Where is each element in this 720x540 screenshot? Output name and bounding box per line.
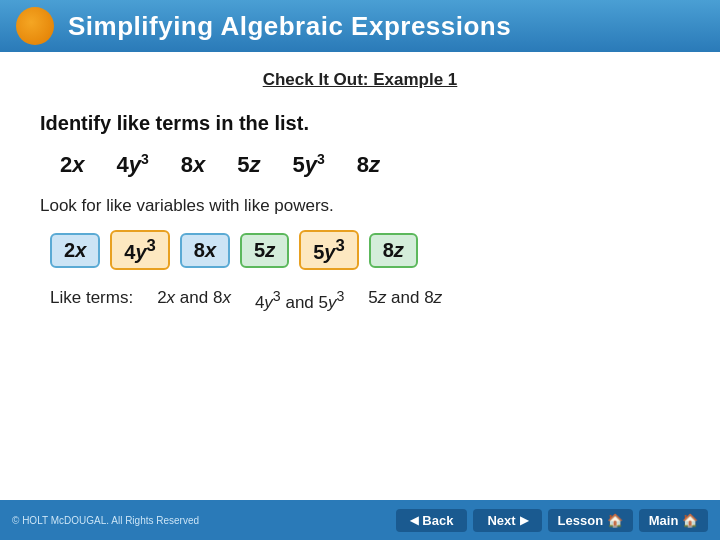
footer-nav: ◀ Back Next ▶ Lesson 🏠 Main 🏠 <box>396 509 708 532</box>
look-text: Look for like variables with like powers… <box>40 196 680 216</box>
header-logo <box>16 7 54 45</box>
term-4y3-highlight: 4y3 <box>110 230 170 270</box>
term-8x-plain: 8x <box>181 152 206 178</box>
term-4y3-plain: 4y3 <box>117 151 149 178</box>
footer: © HOLT McDOUGAL. All Rights Reserved ◀ B… <box>0 500 720 540</box>
header: Simplifying Algebraic Expressions <box>0 0 720 52</box>
lesson-label: Lesson <box>558 513 604 528</box>
term-8z-highlight: 8z <box>369 233 418 268</box>
like-terms-group-1: 2x and 8x <box>157 288 231 313</box>
term-5z-highlight: 5z <box>240 233 289 268</box>
like-terms-group-2: 4y3 and 5y3 <box>255 288 344 313</box>
like-terms-row: Like terms: 2x and 8x 4y3 and 5y3 5z and… <box>40 288 680 313</box>
like-terms-group-3: 5z and 8z <box>368 288 442 313</box>
next-arrow-icon: ▶ <box>520 514 528 527</box>
main-label: Main <box>649 513 679 528</box>
back-button[interactable]: ◀ Back <box>396 509 467 532</box>
term-2x-plain: 2x <box>60 152 85 178</box>
back-arrow-icon: ◀ <box>410 514 418 527</box>
next-button[interactable]: Next ▶ <box>473 509 541 532</box>
term-2x-highlight: 2x <box>50 233 100 268</box>
subtitle: Check It Out: Example 1 <box>40 70 680 90</box>
main-icon: 🏠 <box>682 513 698 528</box>
term-5y3-plain: 5y3 <box>293 151 325 178</box>
header-title: Simplifying Algebraic Expressions <box>68 11 511 42</box>
term-8z-plain: 8z <box>357 152 380 178</box>
term-5y3-highlight: 5y3 <box>299 230 359 270</box>
next-label: Next <box>487 513 515 528</box>
lesson-button[interactable]: Lesson 🏠 <box>548 509 633 532</box>
term-8x-highlight: 8x <box>180 233 230 268</box>
section-title: Identify like terms in the list. <box>40 112 680 135</box>
lesson-icon: 🏠 <box>607 513 623 528</box>
back-label: Back <box>422 513 453 528</box>
plain-terms-row: 2x 4y3 8x 5z 5y3 8z <box>40 151 680 178</box>
highlighted-terms-row: 2x 4y3 8x 5z 5y3 8z <box>40 230 680 270</box>
like-terms-label: Like terms: <box>50 288 133 313</box>
footer-copyright: © HOLT McDOUGAL. All Rights Reserved <box>12 515 199 526</box>
term-5z-plain: 5z <box>237 152 260 178</box>
main-content: Check It Out: Example 1 Identify like te… <box>0 52 720 323</box>
main-button[interactable]: Main 🏠 <box>639 509 708 532</box>
